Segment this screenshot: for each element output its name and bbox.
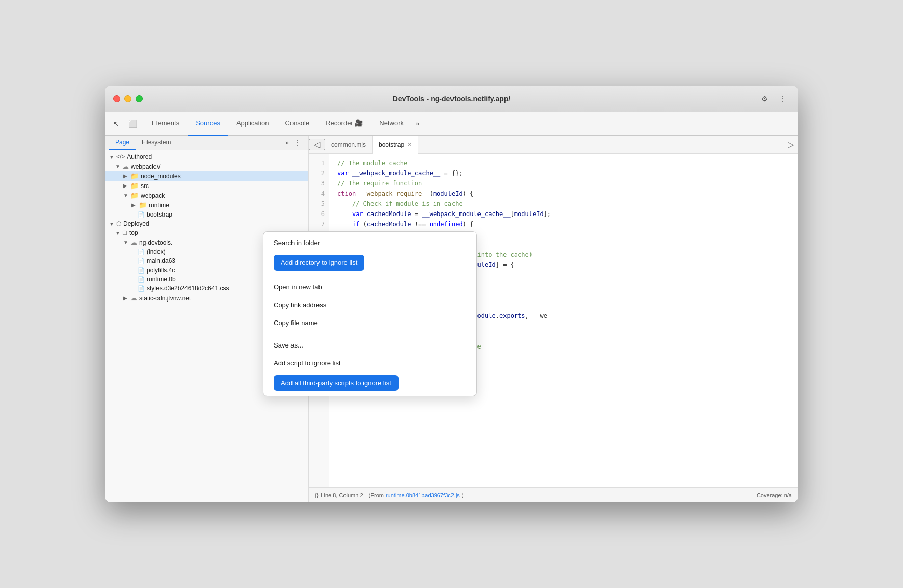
tab-elements[interactable]: Elements — [144, 112, 188, 136]
index-item[interactable]: 📄 (index) — [105, 247, 308, 256]
folder-icon: 📁 — [130, 182, 139, 190]
position-text: Line 8, Column 2 — [321, 492, 363, 498]
bootstrap-file-item[interactable]: 📄 bootstrap — [105, 210, 308, 219]
close-tab-icon[interactable]: ✕ — [407, 141, 412, 148]
maximize-button[interactable] — [136, 95, 143, 102]
coverage-text: Coverage: n/a — [757, 492, 792, 498]
folder-icon: 📁 — [130, 192, 139, 199]
top-item[interactable]: ▼ ☐ top — [105, 228, 308, 237]
source-file-link[interactable]: runtime.0b841bad3967f3c2.js — [386, 492, 460, 498]
tab-more[interactable]: » — [412, 120, 423, 127]
static-cdn-item[interactable]: ▶ ☁ static-cdn.jtvnw.net — [105, 293, 308, 303]
code-line-11: // ...te a new module (and put it into t… — [337, 250, 790, 260]
device-icon[interactable]: ⬜ — [125, 117, 140, 131]
status-right: Coverage: n/a — [757, 492, 792, 498]
code-line-10: } — [337, 239, 790, 250]
bracket-icon: {} — [315, 492, 318, 498]
runtime-js-item[interactable]: 📄 runtime.0b — [105, 275, 308, 284]
cloud-icon: ☁ — [130, 294, 137, 302]
panel-menu-icon[interactable]: ⋮ — [291, 137, 304, 149]
status-left: {} Line 8, Column 2 (From runtime.0b841b… — [315, 492, 464, 498]
tab-filesystem[interactable]: Filesystem — [136, 136, 177, 150]
code-line-14: ded: false, — [337, 280, 790, 290]
tab-application[interactable]: Application — [228, 112, 277, 136]
triangle-icon: ▼ — [115, 164, 121, 169]
code-line-17: // ...ute the module function — [337, 301, 790, 311]
triangle-icon: ▶ — [131, 202, 138, 208]
settings-icon[interactable]: ⚙ — [757, 92, 772, 106]
from-label — [365, 492, 367, 498]
triangle-icon: ▼ — [123, 193, 129, 198]
polyfills-item[interactable]: 📄 polyfills.4c — [105, 265, 308, 275]
node-modules-item[interactable]: ▶ 📁 node_modules — [105, 171, 308, 181]
close-button[interactable] — [113, 95, 120, 102]
code-line-20: // Mark the module as loaded — [337, 321, 790, 331]
code-line-5: ction __webpack_require__(moduleId) { — [337, 189, 790, 199]
triangle-icon: ▶ — [123, 173, 129, 179]
triangle-icon: ▶ — [123, 183, 129, 189]
code-line-24: // Return the exports of the module — [337, 341, 790, 352]
runtime-item[interactable]: ▶ 📁 runtime — [105, 200, 308, 210]
panel-tab-more[interactable]: » — [283, 137, 291, 148]
triangle-icon: ▼ — [115, 230, 121, 236]
cloud-icon: ☁ — [130, 238, 137, 246]
line-numbers: 1 2 3 4 5 6 7 8 9 10 11 12 13 14 15 17 — [309, 154, 329, 487]
code-line-9: return cachedModule.exports; — [337, 229, 790, 239]
file-icon: 📄 — [138, 276, 145, 283]
editor-panel: ◁ common.mjs bootstrap ✕ ▷ 1 2 3 4 5 — [309, 136, 798, 502]
code-line-2: var __webpack_module_cache__ = {}; — [337, 168, 790, 178]
webpack-header[interactable]: ▼ ☁ webpack:// — [105, 162, 308, 171]
cursor-icon[interactable]: ↖ — [109, 117, 123, 131]
editor-tabs: ◁ common.mjs bootstrap ✕ ▷ — [309, 136, 798, 154]
status-bar: {} Line 8, Column 2 (From runtime.0b841b… — [309, 487, 798, 502]
tab-console[interactable]: Console — [277, 112, 318, 136]
main-js-item[interactable]: 📄 main.da63 — [105, 256, 308, 265]
cloud-icon: ☁ — [122, 163, 129, 170]
main-toolbar: ↖ ⬜ Elements Sources Application Console… — [105, 112, 798, 136]
code-line-15: rts: {} — [337, 290, 790, 301]
tab-bootstrap[interactable]: bootstrap ✕ — [373, 136, 418, 154]
more-options-icon[interactable]: ⋮ — [776, 92, 790, 106]
code-line-4: // The require function — [337, 178, 790, 189]
styles-css-item[interactable]: 📄 styles.d3e2b24618d2c641.css — [105, 284, 308, 293]
ng-devtools-item[interactable]: ▼ ☁ ng-devtools. — [105, 237, 308, 247]
from-label-text: (From — [369, 492, 384, 498]
authored-header[interactable]: ▼ </> Authored — [105, 152, 308, 162]
code-line-21: module.loaded = true; — [337, 331, 790, 341]
code-line-18: __ck_modules__[moduleId](module, module.… — [337, 311, 790, 321]
triangle-icon: ▶ — [123, 295, 129, 301]
src-item[interactable]: ▶ 📁 src — [105, 181, 308, 191]
collapse-right-icon[interactable]: ▷ — [784, 140, 798, 149]
collapse-left-icon[interactable]: ◁ — [309, 139, 325, 150]
code-line-12: ule = __webpack_module_cache__[moduleId]… — [337, 260, 790, 270]
nav-icons: ↖ ⬜ — [109, 117, 140, 131]
code-line-1: // The module cache — [337, 158, 790, 168]
tab-page[interactable]: Page — [109, 136, 136, 150]
code-line-13: moduleId, — [337, 270, 790, 280]
panel-tabs: Page Filesystem » ⋮ — [105, 136, 308, 150]
tab-recorder[interactable]: Recorder 🎥 — [317, 112, 371, 136]
file-icon: 📄 — [138, 211, 145, 218]
tab-sources[interactable]: Sources — [188, 112, 228, 136]
editor-body: 1 2 3 4 5 6 7 8 9 10 11 12 13 14 15 17 — [309, 154, 798, 487]
devtools-window: DevTools - ng-devtools.netlify.app/ ⚙ ⋮ … — [105, 86, 798, 502]
tab-network[interactable]: Network — [371, 112, 412, 136]
file-icon: 📄 — [138, 285, 145, 292]
file-icon: 📄 — [138, 249, 145, 255]
code-line-6: // Check if module is in cache — [337, 199, 790, 209]
code-editor[interactable]: // The module cache var __webpack_module… — [329, 154, 798, 487]
deployed-header[interactable]: ▼ ⬡ Deployed — [105, 219, 308, 228]
box-icon: ☐ — [122, 230, 127, 236]
triangle-icon: ▼ — [123, 239, 129, 245]
triangle-icon: ▼ — [109, 221, 115, 227]
code-icon: </> — [116, 153, 125, 161]
triangle-icon: ▼ — [109, 154, 115, 160]
tab-common-mjs[interactable]: common.mjs — [325, 136, 373, 154]
folder-icon: 📁 — [139, 201, 147, 209]
left-panel: Page Filesystem » ⋮ ▼ </> Authored ▼ — [105, 136, 309, 502]
file-icon: 📄 — [138, 267, 145, 274]
webpack-folder-item[interactable]: ▼ 📁 webpack — [105, 191, 308, 200]
folder-icon: 📁 — [130, 172, 139, 180]
tab-bar: Elements Sources Application Console Rec… — [144, 112, 794, 136]
minimize-button[interactable] — [124, 95, 131, 102]
